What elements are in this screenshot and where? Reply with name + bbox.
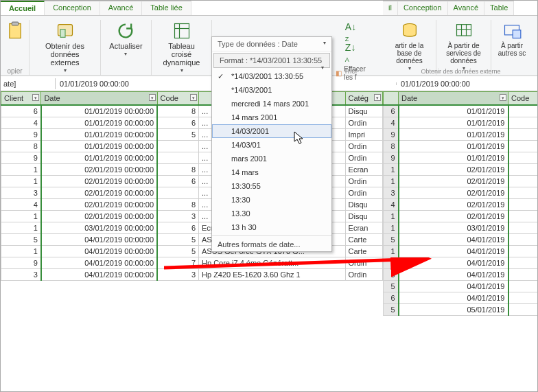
cell[interactable] [508,105,539,117]
cell[interactable]: 01/01/2019 [399,152,508,164]
cell[interactable]: 5 [157,246,198,257]
format-option[interactable]: mars 2001 [212,152,331,165]
format-option[interactable]: 14 mars [212,165,331,179]
data-type-selector[interactable]: Type de données : Date▾ [212,37,331,51]
cell[interactable]: 03/01/2019 00:00:00 [41,222,157,234]
tab-conception[interactable]: Conception [45,1,100,15]
cell[interactable]: Ordin [345,117,382,129]
cell[interactable]: 1 [1,176,41,187]
cell[interactable] [508,129,539,141]
table-row[interactable]: 304/01/2019 00:00:003Hp Z420 E5-1620 3.6… [1,269,383,281]
cell[interactable]: 9 [384,152,399,164]
cell[interactable]: 3 [157,269,198,281]
name-box-right[interactable] [383,82,397,85]
cell[interactable]: 01/01/2019 00:00:00 [41,152,157,164]
sort-za-button[interactable]: Z↓A [345,42,356,64]
cell[interactable]: 3 [384,269,399,281]
format-option[interactable]: 13:30:55 [212,179,331,193]
table-row[interactable]: 904/01/2019 00:00:007Hp Core i7 4 éme Gé… [1,257,383,269]
table-row[interactable]: 103/01/2019 [384,222,539,234]
cell[interactable]: 04/01/2019 [399,281,508,292]
cell[interactable]: 1 [1,211,41,222]
cell[interactable]: 9 [384,257,399,269]
cell[interactable]: 04/01/2019 [399,246,508,257]
cell[interactable]: 01/01/2019 00:00:00 [41,117,157,129]
other-date-formats-item[interactable]: Autres formats de date... [212,238,331,251]
column-header[interactable] [384,92,399,106]
cell[interactable]: Carte [345,246,382,257]
paste-button[interactable] [3,20,27,42]
cell[interactable]: 8 [384,141,399,152]
cell[interactable]: 04/01/2019 00:00:00 [41,234,157,246]
table-row[interactable]: 104/01/2019 [384,246,539,257]
cell[interactable]: 3 [157,211,198,222]
table-row[interactable]: 504/01/2019 [384,234,539,246]
format-option[interactable]: 14/03/01 [212,138,331,152]
cell[interactable]: 5 [157,234,198,246]
table-row[interactable]: 505/01/2019 [384,304,539,316]
cell[interactable]: 1 [384,246,399,257]
cell[interactable]: 3 [384,187,399,199]
column-header[interactable]: Code [508,92,539,106]
pivot-table-button[interactable]: Tableau croisé dynamique▾ [157,20,206,76]
cell[interactable]: 5 [384,281,399,292]
cell[interactable]: Impri [345,129,382,141]
cell[interactable]: 02/01/2019 00:00:00 [41,164,157,176]
cell[interactable] [508,304,539,316]
cell[interactable]: 6 [157,222,198,234]
formula-value-right[interactable]: 01/01/2019 00:00:00 [397,78,538,89]
cell[interactable]: 02/01/2019 [399,211,508,222]
cell[interactable]: 02/01/2019 00:00:00 [41,199,157,211]
table-row[interactable]: 304/01/2019 [384,269,539,281]
table-row[interactable]: 102/01/2019 [384,176,539,187]
cell[interactable]: 6 [1,105,41,117]
cell[interactable] [508,269,539,281]
cell[interactable]: 8 [157,199,198,211]
tab-avance[interactable]: Avancé [100,1,143,15]
format-selector[interactable]: Format : *14/03/2001 13:30:55▾ [213,53,330,68]
cell[interactable]: 05/01/2019 [399,304,508,316]
column-header[interactable]: Code▾ [157,92,198,106]
cell[interactable]: 01/01/2019 [399,105,508,117]
cell[interactable]: 02/01/2019 00:00:00 [41,176,157,187]
cell[interactable]: 04/01/2019 00:00:00 [41,269,157,281]
format-option[interactable]: ✓*14/03/2001 13:30:55 [212,69,331,83]
format-option[interactable]: 13:30 [212,193,331,207]
format-option[interactable]: *14/03/2001 [212,83,331,97]
cell[interactable]: 02/01/2019 00:00:00 [41,211,157,222]
cell[interactable]: 04/01/2019 [399,257,508,269]
cell[interactable] [508,234,539,246]
cell[interactable]: 04/01/2019 00:00:00 [41,246,157,257]
cell[interactable]: 8 [1,141,41,152]
format-option[interactable]: mercredi 14 mars 2001 [212,97,331,111]
table-row[interactable]: 401/01/2019 [384,117,539,129]
cell[interactable]: Hp Z420 E5-1620 3.60 Ghz 1 [199,269,346,281]
cell[interactable]: 03/01/2019 [399,222,508,234]
cell[interactable]: 8 [157,105,198,117]
cell[interactable]: 04/01/2019 [399,234,508,246]
cell[interactable]: 04/01/2019 [399,269,508,281]
column-header[interactable]: Catég▾ [345,92,382,106]
cell[interactable]: 6 [157,117,198,129]
cell[interactable] [508,199,539,211]
cell[interactable]: 1 [384,176,399,187]
refresh-button[interactable]: Actualiser▾ [106,20,145,59]
cell[interactable]: Ordin [345,176,382,187]
table-row[interactable]: 901/01/2019 [384,152,539,164]
cell[interactable]: 8 [157,164,198,176]
cell[interactable]: 01/01/2019 00:00:00 [41,105,157,117]
cell[interactable]: 1 [384,211,399,222]
column-header[interactable]: Date▾ [41,92,157,106]
cell[interactable] [508,246,539,257]
cell[interactable] [508,222,539,234]
filter-icon[interactable]: ▾ [500,94,506,101]
cell[interactable] [508,164,539,176]
cell[interactable]: 04/01/2019 00:00:00 [41,257,157,269]
cell[interactable]: 9 [1,152,41,164]
table-row[interactable]: 302/01/2019 [384,187,539,199]
cell[interactable]: Disqu [345,105,382,117]
cell[interactable]: 01/01/2019 00:00:00 [41,129,157,141]
tab-table-liee[interactable]: Table liée [142,1,191,15]
cell[interactable]: Ecran [345,164,382,176]
format-option[interactable]: 13 h 30 [212,220,331,234]
